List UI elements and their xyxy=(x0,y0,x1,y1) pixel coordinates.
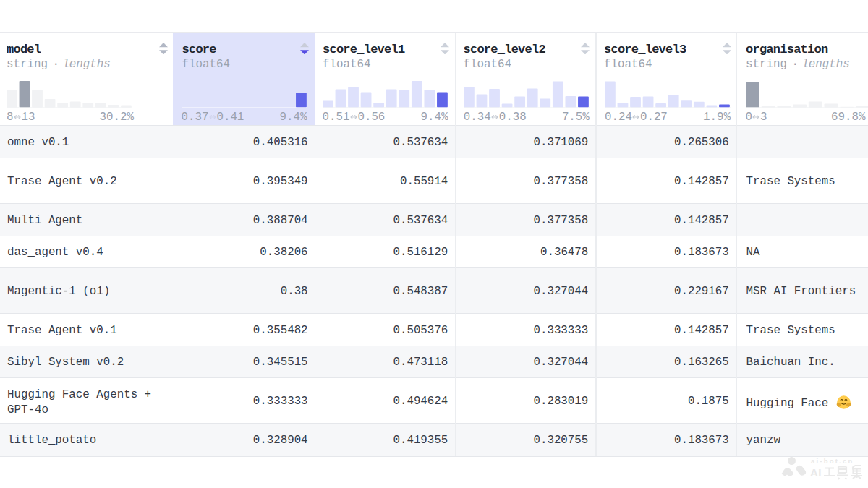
svg-text:ai-bot.cn: ai-bot.cn xyxy=(811,457,854,465)
svg-text:AI: AI xyxy=(810,466,822,479)
